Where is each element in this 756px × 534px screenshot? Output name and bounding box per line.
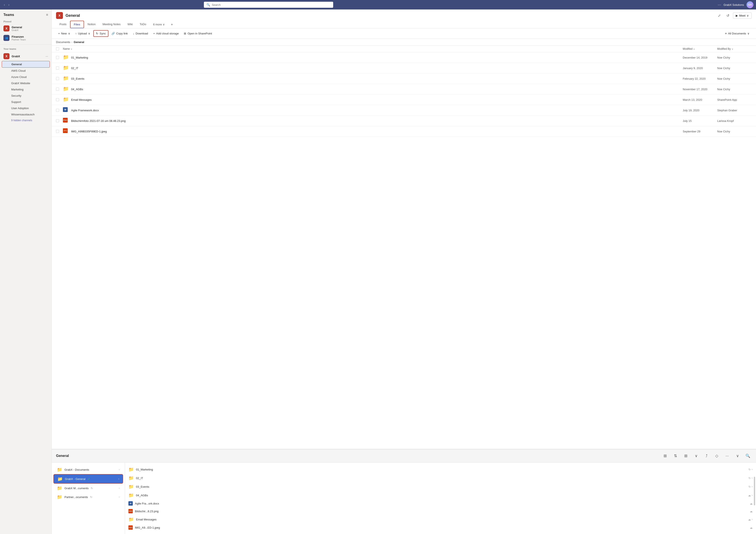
sync-icon: ↻ — [96, 32, 98, 35]
finder-grid-arrow[interactable]: ∨ — [692, 452, 700, 460]
folder-icon: 📁 — [128, 467, 134, 472]
table-row[interactable]: 📁 03_Events February 22, 2020 Noe Cichy — [52, 73, 756, 84]
chevron-right-icon: › — [752, 518, 753, 521]
tab-add-button[interactable]: + — [168, 21, 176, 28]
table-row[interactable]: 📁 02_IT January 9, 2020 Noe Cichy — [52, 63, 756, 73]
meet-dropdown-icon[interactable]: ∨ — [747, 14, 749, 17]
finder-grid-icon[interactable]: ⊞ — [682, 452, 689, 460]
tab-notion[interactable]: Notion — [84, 21, 99, 28]
list-item[interactable]: 📁 01_Marketing ↻› — [125, 465, 756, 474]
table-row[interactable]: 📁 01_Marketing December 14, 2019 Noe Cic… — [52, 52, 756, 63]
table-row[interactable]: JPG IMG_A99B335F89ED-1.jpeg September 29… — [52, 126, 756, 137]
channel-item-aws[interactable]: AWS Cloud — [0, 67, 51, 74]
grabx-team-header[interactable]: X GrabX ··· — [0, 51, 51, 61]
channel-item-user-adoption[interactable]: User Adoption — [0, 105, 51, 111]
finder-tag-icon[interactable]: ◇ — [713, 452, 721, 460]
avatar[interactable]: GX — [746, 1, 753, 8]
list-item[interactable]: 📁 04_AGBs ☁› — [125, 491, 756, 499]
download-button[interactable]: ↓ Download — [131, 31, 150, 37]
channel-item-azure[interactable]: Azure Cloud — [0, 74, 51, 80]
finder-item-name: Bildschir...8.23.png — [135, 510, 159, 513]
search-bar[interactable]: 🔍 — [204, 2, 333, 8]
sync-button[interactable]: ↻ Sync — [93, 30, 108, 37]
finder-columns-icon[interactable]: ⊞ — [661, 452, 669, 460]
table-row[interactable]: 📁 04_AGBs November 17, 2020 Noe Cichy — [52, 84, 756, 94]
tab-meeting-notes[interactable]: Meeting Notes — [99, 21, 124, 28]
list-item[interactable]: 📁 Partner...ocuments ↻› — [53, 493, 123, 501]
file-modified-by: SharePoint-App — [717, 98, 752, 101]
folder-icon: 📁 — [128, 517, 134, 522]
row-checkbox[interactable] — [56, 66, 59, 69]
all-docs-icon: ≡ — [725, 32, 727, 35]
refresh-icon[interactable]: ↺ — [724, 12, 731, 19]
grabx-team-group: X GrabX ··· General AWS Cloud Azure Clou… — [0, 51, 51, 123]
all-docs-button[interactable]: ≡ All Documents ∨ — [723, 31, 752, 37]
list-item[interactable]: 📁 GrabX - Documents › — [53, 465, 123, 474]
col-header-name[interactable]: Name ∨ — [63, 47, 683, 50]
file-modified-date: November 17, 2020 — [683, 88, 717, 91]
list-item[interactable]: 📁 03_Events ↻› — [125, 482, 756, 491]
search-input[interactable] — [212, 3, 331, 7]
nav-back-button[interactable]: ‹ — [3, 2, 6, 7]
finder-item-name: 01_Marketing — [136, 468, 153, 471]
breadcrumb-root[interactable]: Documents — [56, 40, 70, 44]
more-options-button[interactable]: ··· — [717, 3, 721, 7]
tab-todo[interactable]: ToDo — [136, 21, 149, 28]
tab-more[interactable]: 6 more ∨ — [149, 21, 168, 28]
table-row[interactable]: PNG Bildschirmfoto 2021-07-16 um 08.48.2… — [52, 115, 756, 126]
sidebar-item-general-pinned[interactable]: X General GrabX — [0, 24, 51, 33]
meet-button[interactable]: ▶ Meet ∨ — [733, 13, 752, 19]
finder-sort-icon[interactable]: ⇅ — [671, 452, 679, 460]
row-checkbox[interactable] — [56, 130, 59, 133]
copy-link-button[interactable]: 🔗 Copy link — [109, 31, 130, 37]
finder-more-arrow[interactable]: ∨ — [734, 452, 741, 460]
list-item[interactable]: W Agile Fra...ork.docx ☁ — [125, 499, 756, 507]
channel-item-grabx-website[interactable]: GrabX Website — [0, 80, 51, 86]
file-modified-by: Larissa Kropf — [717, 119, 752, 122]
tab-wiki[interactable]: Wiki — [124, 21, 136, 28]
row-checkbox[interactable] — [56, 109, 59, 112]
file-modified-date: July 19, 2020 — [683, 109, 717, 112]
table-row[interactable]: 📁 Email Messages March 13, 2020 SharePoi… — [52, 94, 756, 105]
list-item[interactable]: 📁 02_IT ↻› — [125, 474, 756, 482]
expand-icon[interactable]: ⤢ — [716, 12, 723, 19]
select-all-checkbox[interactable] — [56, 47, 59, 50]
tab-posts[interactable]: Posts — [56, 21, 70, 28]
new-button[interactable]: + New ∨ — [56, 31, 72, 37]
channel-item-security[interactable]: Security — [0, 92, 51, 99]
col-header-modified-by[interactable]: Modified By ∨ — [717, 47, 752, 50]
file-modified-by: Noe Cichy — [717, 56, 752, 59]
sidebar-item-finanzen[interactable]: 👥 Finanzen Partner Team — [0, 33, 51, 43]
channel-item-wissensaustausch[interactable]: Wissensaustausch — [0, 111, 51, 117]
finder-share-icon[interactable]: ⤴ — [703, 452, 710, 460]
finder-content: 📁 GrabX - Documents › 📁 GrabX - General … — [52, 463, 756, 534]
upload-button[interactable]: ↑ Upload ∨ — [73, 31, 93, 37]
col-header-modified[interactable]: Modified ∨ — [683, 47, 717, 50]
row-checkbox[interactable] — [56, 77, 59, 80]
list-item[interactable]: IMG Bildschir...8.23.png ☁ — [125, 507, 756, 515]
channel-item-general[interactable]: General — [2, 61, 50, 67]
hidden-channels-link[interactable]: 9 hidden channels — [0, 117, 51, 123]
grabx-more-icon[interactable]: ··· — [45, 55, 48, 58]
row-checkbox[interactable] — [56, 88, 59, 91]
list-item[interactable]: IMG IMG_A9...ED-1.jpeg ☁ — [125, 524, 756, 531]
list-item[interactable]: 📁 GrabX M...cuments ↻› — [53, 484, 123, 493]
scrollbar[interactable] — [754, 477, 755, 505]
channel-item-marketing[interactable]: Marketing — [0, 86, 51, 92]
grabx-team-icon: X — [3, 53, 10, 59]
finder-search-icon[interactable]: 🔍 — [744, 452, 752, 460]
row-checkbox[interactable] — [56, 98, 59, 101]
image-icon: IMG — [128, 525, 133, 530]
sharepoint-button[interactable]: ⊞ Open in SharePoint — [182, 31, 214, 37]
table-row[interactable]: W Agile Framework.docx July 19, 2020 Ste… — [52, 105, 756, 115]
nav-forward-button[interactable]: › — [7, 2, 11, 7]
tab-files[interactable]: Files — [70, 21, 84, 28]
finder-more-icon[interactable]: ··· — [723, 452, 731, 460]
list-item[interactable]: 📁 Email Messages ☁› — [125, 515, 756, 524]
row-checkbox[interactable] — [56, 56, 59, 59]
sidebar-filter-icon[interactable]: ≡ — [46, 13, 48, 17]
add-cloud-button[interactable]: + Add cloud storage — [151, 31, 181, 37]
row-checkbox[interactable] — [56, 119, 59, 122]
channel-item-support[interactable]: Support — [0, 99, 51, 105]
list-item[interactable]: 📁 GrabX - General ✓› — [53, 474, 123, 484]
